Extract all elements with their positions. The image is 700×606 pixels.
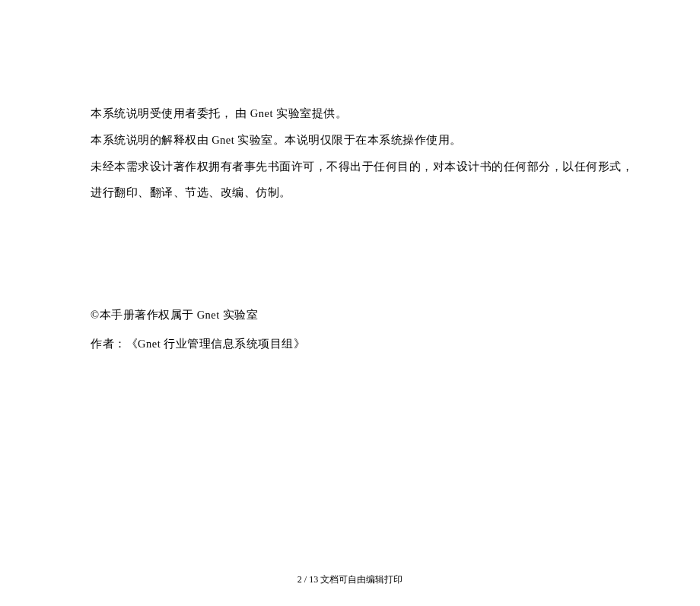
paragraph-2: 本系统说明的解释权由 Gnet 实验室。本说明仅限于在本系统操作使用。: [91, 127, 639, 154]
page-footer: 2 / 13 文档可自由编辑打印: [0, 573, 700, 586]
document-content: 本系统说明受使用者委托， 由 Gnet 实验室提供。 本系统说明的解释权由 Gn…: [0, 0, 700, 359]
copyright-owner: ©本手册著作权属于 Gnet 实验室: [91, 301, 639, 330]
copyright-author: 作者：《Gnet 行业管理信息系统项目组》: [91, 330, 639, 359]
copyright-block: ©本手册著作权属于 Gnet 实验室 作者：《Gnet 行业管理信息系统项目组》: [91, 301, 639, 358]
paragraph-3: 未经本需求设计著作权拥有者事先书面许可，不得出于任何目的，对本设计书的任何部分，…: [91, 154, 639, 207]
paragraph-1: 本系统说明受使用者委托， 由 Gnet 实验室提供。: [91, 100, 639, 127]
